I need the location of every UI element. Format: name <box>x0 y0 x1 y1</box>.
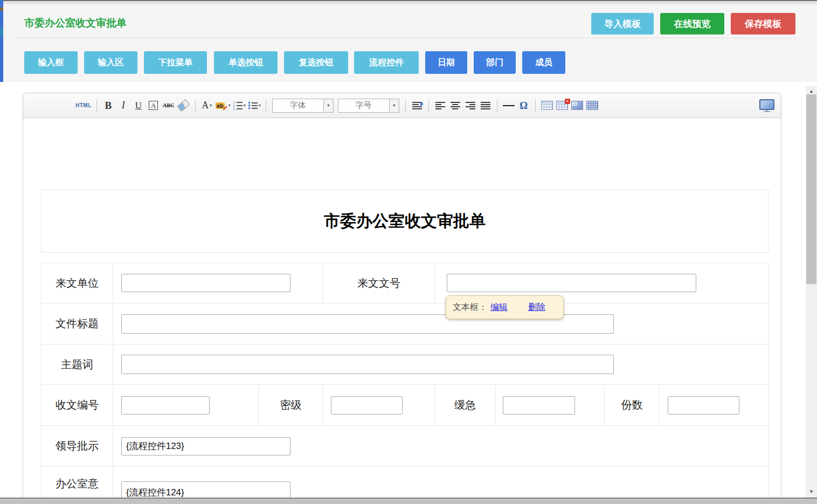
field-cell <box>113 385 259 426</box>
align-justify-button[interactable] <box>479 99 492 113</box>
indent-button[interactable] <box>411 99 424 113</box>
table-properties-icon <box>571 101 583 110</box>
highlight-icon: ab <box>216 102 225 109</box>
font-family-select[interactable]: 字体 ▾ <box>272 99 334 113</box>
fenshu-input[interactable] <box>668 396 739 415</box>
table-row: 收文编号 密级 缓急 份数 <box>41 385 769 426</box>
editor-toolbar: HTML B I U A ABC A▾ ab▾ 1 2 3 ▾ <box>23 93 781 118</box>
align-justify-icon <box>481 102 490 109</box>
left-strip-fragment <box>0 8 3 11</box>
field-label: 来文文号 <box>323 263 435 303</box>
form-title-box: 市委办公室收文审批单 <box>41 189 768 253</box>
table-row: 来文单位 来文文号 <box>41 263 769 303</box>
table-properties-button[interactable] <box>571 99 584 113</box>
field-label: 收文编号 <box>41 385 113 426</box>
strikethrough-button[interactable]: ABC <box>162 99 175 113</box>
chevron-down-icon[interactable]: ▾ <box>389 99 399 112</box>
remove-format-button[interactable] <box>177 99 190 113</box>
font-size-select[interactable]: 字号 ▾ <box>338 99 399 113</box>
insert-table-button[interactable] <box>541 99 553 113</box>
field-cell <box>660 385 769 426</box>
unordered-list-button[interactable]: ▾ <box>248 99 261 113</box>
component-button-input-box[interactable]: 输入框 <box>24 51 78 74</box>
align-center-button[interactable] <box>449 99 462 113</box>
font-color-icon: A <box>202 100 209 111</box>
toolbar-separator <box>96 99 97 112</box>
component-button-dropdown[interactable]: 下拉菜单 <box>144 51 207 74</box>
save-template-button[interactable]: 保存模板 <box>731 13 795 34</box>
toolbar-separator <box>428 99 429 112</box>
field-cell <box>496 385 605 426</box>
horizontal-rule-button[interactable] <box>502 99 515 113</box>
table-cells-icon <box>586 101 598 110</box>
left-edge-strip <box>0 0 3 82</box>
strikethrough-icon: ABC <box>163 102 174 108</box>
scroll-up-arrow-icon[interactable]: ▲ <box>806 87 817 95</box>
table-row: 文件标题 <box>41 303 769 344</box>
eraser-icon <box>177 99 190 112</box>
field-label: 主题词 <box>41 344 113 385</box>
field-cell <box>113 344 769 385</box>
align-left-icon <box>435 102 445 109</box>
zhutici-input[interactable] <box>121 355 614 374</box>
component-button-date[interactable]: 日期 <box>425 51 467 74</box>
toolbar-separator <box>195 99 196 112</box>
miji-input[interactable] <box>331 396 403 415</box>
special-char-button[interactable]: Ω <box>517 99 530 113</box>
html-source-button[interactable]: HTML <box>75 99 92 113</box>
field-cell <box>113 426 769 467</box>
component-button-member[interactable]: 成员 <box>522 51 565 74</box>
field-label: 领导批示 <box>41 426 113 467</box>
field-label: 份数 <box>605 385 660 426</box>
indent-icon <box>412 102 422 109</box>
align-left-button[interactable] <box>434 99 447 113</box>
edit-link[interactable]: 编辑 <box>490 302 508 313</box>
fullscreen-button[interactable] <box>759 99 774 113</box>
laiwen-wenhao-input[interactable] <box>447 274 696 292</box>
huanji-input[interactable] <box>503 396 575 415</box>
font-style-button[interactable]: A <box>147 99 160 113</box>
component-button-radio[interactable]: 单选按钮 <box>214 51 278 74</box>
field-cell <box>113 303 769 344</box>
font-color-button[interactable]: A▾ <box>200 99 213 113</box>
lingdao-pishi-input[interactable] <box>121 437 290 455</box>
italic-button[interactable]: I <box>117 99 130 113</box>
editor-container: HTML B I U A ABC A▾ ab▾ 1 2 3 ▾ <box>23 93 781 504</box>
toolbar-separator <box>535 99 536 112</box>
table-icon <box>541 101 553 110</box>
font-family-value: 字体 <box>273 100 323 111</box>
scrollbar-thumb[interactable] <box>806 94 816 284</box>
table-cells-button[interactable] <box>586 99 599 113</box>
chevron-down-icon: ▾ <box>229 103 231 108</box>
online-preview-button[interactable]: 在线预览 <box>660 13 724 34</box>
scroll-down-arrow-icon[interactable]: ▼ <box>806 488 817 495</box>
toolbar-separator <box>405 99 406 112</box>
align-right-button[interactable] <box>464 99 477 113</box>
table-row: 领导批示 <box>41 426 769 467</box>
component-button-flow-control[interactable]: 流程控件 <box>354 51 419 74</box>
delete-table-button[interactable] <box>556 99 569 113</box>
import-template-button[interactable]: 导入模板 <box>591 13 654 34</box>
highlight-button[interactable]: ab▾ <box>216 99 231 113</box>
bold-button[interactable]: B <box>102 99 115 113</box>
font-size-value: 字号 <box>338 100 389 111</box>
chevron-down-icon: ▾ <box>259 103 261 108</box>
component-button-checkbox[interactable]: 复选按钮 <box>284 51 348 74</box>
screen: 市委办公室收文审批单 导入模板 在线预览 保存模板 输入框 输入区 下拉菜单 单… <box>0 0 817 504</box>
field-label: 缓急 <box>435 385 496 426</box>
ordered-list-button[interactable]: 1 2 3 ▾ <box>233 99 246 113</box>
tooltip-type-label: 文本框： <box>453 302 487 313</box>
laiwen-danwei-input[interactable] <box>121 274 290 292</box>
shouwen-bianhao-input[interactable] <box>121 396 210 415</box>
table-row: 主题词 <box>41 344 769 385</box>
component-button-department[interactable]: 部门 <box>474 51 516 74</box>
toolbar-separator <box>266 99 266 112</box>
vertical-scrollbar[interactable]: ▲ ▼ <box>806 86 817 504</box>
chevron-down-icon: ▾ <box>210 103 212 108</box>
component-button-input-area[interactable]: 输入区 <box>84 51 137 74</box>
editor-document[interactable]: 市委办公室收文审批单 来文单位 来文文号 文件标题 主 <box>23 118 781 504</box>
delete-link[interactable]: 删除 <box>528 302 545 313</box>
chevron-down-icon[interactable]: ▾ <box>323 99 333 112</box>
align-right-icon <box>466 102 475 109</box>
underline-button[interactable]: U <box>132 99 145 113</box>
